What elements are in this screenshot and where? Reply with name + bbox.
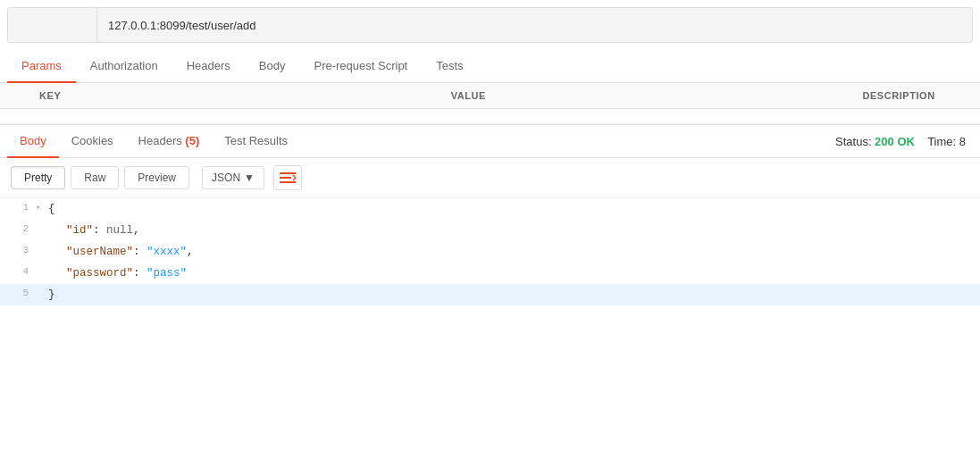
wrap-icon — [280, 171, 296, 185]
code-line: 1▾{ — [0, 198, 980, 220]
response-tab-body[interactable]: Body — [7, 125, 59, 158]
svg-rect-0 — [280, 172, 296, 174]
line-number: 5 — [0, 284, 36, 304]
table-row — [0, 109, 980, 124]
json-null: null — [106, 224, 133, 237]
body-toolbar: Pretty Raw Preview JSON ▼ — [0, 158, 980, 198]
format-dropdown[interactable]: JSON ▼ — [202, 166, 264, 189]
col-value-header: VALUE — [440, 83, 852, 109]
json-punct: } — [48, 289, 55, 301]
line-content: "id": null, — [45, 220, 144, 241]
json-punct: : — [93, 224, 106, 237]
json-punct: : — [133, 267, 147, 280]
value-cell — [440, 109, 852, 124]
method-dropdown[interactable] — [8, 8, 97, 42]
code-line: 4 "password": "pass" — [0, 263, 980, 284]
params-table: KEY VALUE DESCRIPTION — [0, 83, 980, 124]
col-key-header: KEY — [29, 83, 440, 109]
collapse-arrow-icon[interactable]: ▾ — [36, 202, 40, 214]
json-punct: : — [133, 246, 147, 258]
preview-view-button[interactable]: Preview — [124, 166, 189, 189]
tab-badge: (5) — [185, 134, 199, 147]
format-label: JSON — [212, 171, 240, 184]
response-tabs-bar: BodyCookiesHeaders (5)Test Results Statu… — [0, 125, 980, 158]
svg-rect-2 — [280, 181, 296, 183]
json-punct: { — [48, 203, 55, 215]
json-string: "pass" — [147, 267, 187, 280]
json-key: "id" — [66, 224, 93, 237]
svg-rect-1 — [280, 177, 291, 179]
response-tab-cookies[interactable]: Cookies — [59, 125, 126, 158]
url-bar — [7, 7, 973, 43]
response-tab-testresults[interactable]: Test Results — [212, 125, 300, 158]
request-tab-prerequest[interactable]: Pre-request Script — [299, 50, 422, 83]
json-punct: , — [187, 246, 194, 258]
key-cell — [29, 109, 440, 124]
pretty-view-button[interactable]: Pretty — [11, 166, 65, 189]
url-input[interactable] — [97, 19, 972, 32]
code-line: 3 "userName": "xxxx", — [0, 241, 980, 263]
response-section: BodyCookiesHeaders (5)Test Results Statu… — [0, 124, 980, 305]
line-content: "password": "pass" — [45, 263, 190, 284]
request-tab-tests[interactable]: Tests — [422, 50, 477, 83]
row-check — [0, 109, 29, 124]
line-number: 2 — [0, 220, 36, 239]
json-string: "xxxx" — [147, 246, 187, 258]
request-tab-headers[interactable]: Headers — [172, 50, 245, 83]
code-line: 5 } — [0, 284, 980, 305]
response-body: 1▾{2 "id": null,3 "userName": "xxxx",4 "… — [0, 198, 980, 305]
request-tabs: ParamsAuthorizationHeadersBodyPre-reques… — [0, 50, 980, 83]
wrap-button[interactable] — [273, 165, 302, 190]
line-content: { — [45, 198, 59, 220]
response-tab-headers[interactable]: Headers (5) — [126, 125, 213, 158]
line-number: 4 — [0, 263, 36, 282]
code-line: 2 "id": null, — [0, 220, 980, 241]
col-description-header: DESCRIPTION — [851, 83, 980, 109]
json-key: "password" — [66, 267, 133, 280]
params-panel: KEY VALUE DESCRIPTION — [0, 83, 980, 124]
line-content: } — [45, 284, 59, 305]
description-cell — [851, 109, 980, 124]
raw-view-button[interactable]: Raw — [71, 166, 119, 189]
request-tab-authorization[interactable]: Authorization — [76, 50, 172, 83]
status-code: 200 OK — [875, 135, 915, 148]
time-label: Time: 8 — [927, 135, 966, 148]
request-tab-body[interactable]: Body — [245, 50, 300, 83]
response-status: Status: 200 OK Time: 8 — [835, 135, 973, 148]
line-number: 1 — [0, 198, 36, 218]
line-content: "userName": "xxxx", — [45, 241, 197, 263]
json-key: "userName" — [66, 246, 133, 258]
json-punct: , — [133, 224, 140, 237]
col-check-header — [0, 83, 29, 109]
status-label: Status: — [835, 135, 875, 148]
request-tab-params[interactable]: Params — [7, 50, 76, 83]
line-number: 3 — [0, 241, 36, 261]
format-chevron-icon: ▼ — [244, 171, 255, 184]
